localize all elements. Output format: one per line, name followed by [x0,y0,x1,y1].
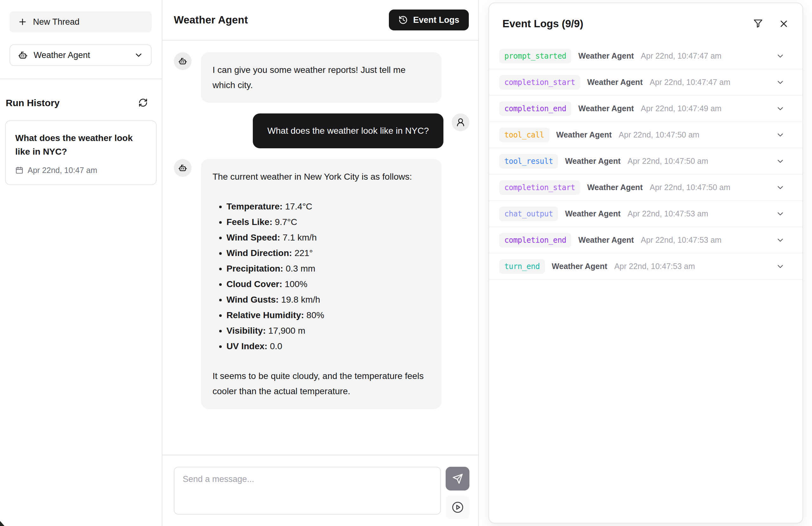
composer-buttons [446,467,469,519]
event-agent-name: Weather Agent [578,104,634,113]
event-logs-list: prompt_started Weather Agent Apr 22nd, 1… [489,43,802,280]
composer [162,455,478,526]
run-history-item-meta: Apr 22nd, 10:47 am [15,166,147,175]
event-logs-button-label: Event Logs [413,15,459,25]
event-log-row[interactable]: turn_end Weather Agent Apr 22nd, 10:47:5… [489,254,802,280]
event-log-row[interactable]: completion_start Weather Agent Apr 22nd,… [489,70,802,96]
weather-fact-label: Wind Gusts: [227,295,279,304]
chevron-down-icon[interactable] [776,236,785,245]
chevron-down-icon [134,50,143,60]
weather-fact: Temperature: 17.4°C [227,199,430,214]
chevron-down-icon[interactable] [776,262,785,271]
agent-select-value: Weather Agent [34,50,128,60]
run-button[interactable] [446,495,469,519]
weather-fact: Precipitation: 0.3 mm [227,261,430,276]
weather-fact: UV Index: 0.0 [227,339,430,354]
weather-fact-value: 9.7°C [275,217,297,227]
weather-report-intro: The current weather in New York City is … [213,169,430,184]
chevron-down-icon[interactable] [776,52,785,61]
chevron-down-icon[interactable] [776,183,785,192]
refresh-button[interactable] [138,98,148,108]
event-timestamp: Apr 22nd, 10:47:53 am [641,236,721,245]
event-timestamp: Apr 22nd, 10:47:47 am [641,51,721,61]
event-agent-name: Weather Agent [578,236,634,245]
chevron-down-icon[interactable] [776,209,785,218]
weather-fact: Wind Speed: 7.1 km/h [227,230,430,245]
weather-fact-value: 17,900 m [269,326,305,335]
run-history-title: Run History [6,97,60,108]
history-clock-icon [398,15,408,25]
weather-fact-value: 100% [285,279,308,289]
event-log-row[interactable]: completion_start Weather Agent Apr 22nd,… [489,175,802,201]
chevron-down-icon[interactable] [776,157,785,166]
event-timestamp: Apr 22nd, 10:47:53 am [614,262,695,271]
weather-fact-label: Precipitation: [227,264,283,273]
event-logs-header: Event Logs (9/9) [489,3,802,30]
event-logs-panel: Event Logs (9/9) prompt_started Weather … [489,2,803,524]
weather-fact-value: 221° [294,248,313,258]
event-type-badge: completion_start [499,75,580,90]
event-log-row[interactable]: tool_result Weather Agent Apr 22nd, 10:4… [489,148,802,175]
filter-icon[interactable] [753,19,763,29]
event-log-row[interactable]: tool_call Weather Agent Apr 22nd, 10:47:… [489,122,802,148]
event-log-row[interactable]: prompt_started Weather Agent Apr 22nd, 1… [489,43,802,70]
weather-fact: Cloud Cover: 100% [227,276,430,292]
plus-icon [18,17,27,27]
event-type-badge: completion_end [499,233,571,247]
event-agent-name: Weather Agent [587,183,643,192]
close-icon[interactable] [778,18,789,29]
chevron-down-icon[interactable] [776,78,785,87]
event-logs-actions [753,18,789,29]
weather-fact-value: 0.3 mm [286,264,315,273]
event-logs-title: Event Logs (9/9) [503,18,753,30]
run-history-header: Run History [5,97,157,108]
run-history-section: Run History What does the weather look l… [0,79,162,185]
weather-fact-label: Temperature: [227,201,282,211]
weather-fact-value: 80% [306,310,324,320]
weather-fact-value: 19.8 km/h [281,295,320,304]
event-log-row[interactable]: completion_end Weather Agent Apr 22nd, 1… [489,227,802,254]
event-agent-name: Weather Agent [565,209,620,218]
send-button[interactable] [446,467,469,491]
message-input[interactable] [174,467,441,515]
assistant-avatar [174,52,192,70]
weather-fact-label: Feels Like: [227,217,273,227]
event-agent-name: Weather Agent [552,262,607,271]
weather-report-outro: It seems to be quite cloudy, and the tem… [213,369,430,399]
event-timestamp: Apr 22nd, 10:47:50 am [650,183,730,192]
user-message-bubble: What does the weather look like in NYC? [253,114,444,148]
event-agent-name: Weather Agent [565,156,620,166]
event-log-row[interactable]: chat_output Weather Agent Apr 22nd, 10:4… [489,201,802,227]
chat-title: Weather Agent [174,14,248,26]
weather-fact-label: Visibility: [227,326,266,335]
chevron-down-icon[interactable] [776,104,785,113]
bot-icon [178,56,187,66]
chevron-down-icon[interactable] [776,131,785,139]
event-logs-button[interactable]: Event Logs [389,10,469,30]
send-icon [452,474,463,484]
event-agent-name: Weather Agent [587,78,643,87]
app-root: New Thread Weather Agent Run History [0,0,812,526]
bot-icon [18,50,28,60]
sidebar-top: New Thread Weather Agent [0,0,162,79]
sidebar: New Thread Weather Agent Run History [0,0,162,526]
events-area: Event Logs (9/9) prompt_started Weather … [479,0,812,526]
assistant-message-bubble: The current weather in New York City is … [201,159,441,409]
chat-panel: Weather Agent Event Logs I can give you … [162,0,479,526]
new-thread-button[interactable]: New Thread [10,11,151,32]
run-history-item[interactable]: What does the weather look like in NYC? … [5,120,157,185]
run-history-item-title: What does the weather look like in NYC? [15,131,143,159]
event-log-row[interactable]: completion_end Weather Agent Apr 22nd, 1… [489,96,802,122]
weather-fact: Visibility: 17,900 m [227,323,430,339]
user-avatar [452,114,469,131]
weather-fact: Feels Like: 9.7°C [227,214,430,230]
assistant-message: I can give you some weather reports! Jus… [174,52,469,103]
weather-fact-label: Wind Speed: [227,232,280,242]
event-timestamp: Apr 22nd, 10:47:50 am [619,130,699,139]
event-agent-name: Weather Agent [578,51,634,61]
event-timestamp: Apr 22nd, 10:47:53 am [627,209,708,218]
event-agent-name: Weather Agent [556,130,612,139]
messages-scroll-area[interactable]: I can give you some weather reports! Jus… [162,41,478,455]
bot-icon [178,163,187,173]
agent-select-dropdown[interactable]: Weather Agent [10,44,151,66]
